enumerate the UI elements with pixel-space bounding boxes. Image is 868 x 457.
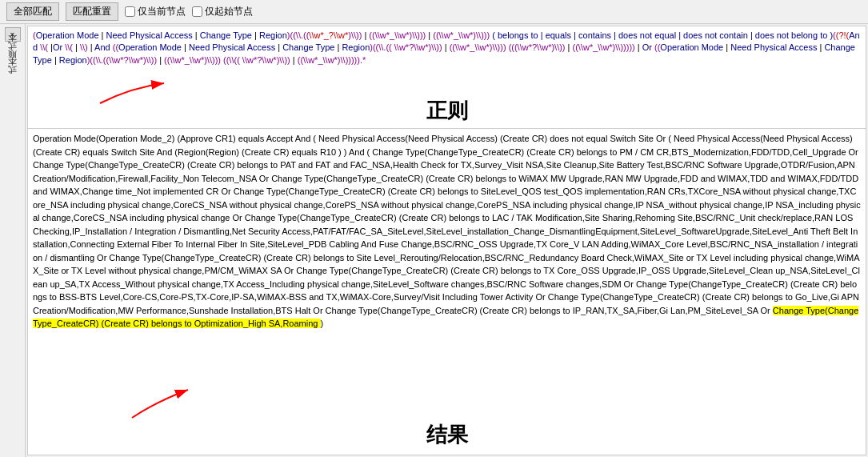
regex-panel-wrapper: (Operation Mode | Need Physical Access |… [26,24,868,128]
main-area: × 本 式 顺 本 式 (Operation Mode | Need Physi… [0,24,868,457]
current-node-checkbox-label: 仅当前节点 [125,5,186,18]
zhengze-label: 正则 [426,96,468,125]
result-text: Operation Mode(Operation Mode_2) (Approv… [33,132,861,331]
sidebar-icon-2[interactable]: 式 [5,54,20,61]
highlight-text: Change Type(ChangeType_CreateCR) (Create… [33,306,858,329]
regex-arrow [100,79,180,114]
sidebar-icon-5[interactable]: 式 [5,78,20,85]
result-arrow [132,386,212,430]
result-panel[interactable]: Operation Mode(Operation Mode_2) (Approv… [27,128,866,455]
start-node-checkbox-label: 仅起始节点 [192,5,253,18]
all-match-button[interactable]: 全部匹配 [6,2,59,21]
left-sidebar: × 本 式 顺 本 式 [0,24,26,457]
toolbar: 全部匹配 匹配重置 仅当前节点 仅起始节点 [0,0,868,24]
sidebar-icon-3[interactable]: 顺 [5,62,20,69]
current-node-checkbox[interactable] [125,6,135,17]
jieguo-label: 结果 [426,419,468,451]
match-reset-button[interactable]: 匹配重置 [66,2,118,21]
regex-panel[interactable]: (Operation Mode | Need Physical Access |… [27,26,866,130]
content-area: (Operation Mode | Need Physical Access |… [26,24,868,457]
sidebar-icon-4[interactable]: 本 [5,70,20,77]
start-node-checkbox[interactable] [192,6,202,17]
start-node-label: 仅起始节点 [205,5,253,18]
regex-text: (Operation Mode | Need Physical Access |… [33,30,861,66]
current-node-label: 仅当前节点 [138,5,186,18]
sidebar-close-button[interactable]: × [5,27,21,42]
sidebar-icon-1[interactable]: 本 [5,46,20,53]
